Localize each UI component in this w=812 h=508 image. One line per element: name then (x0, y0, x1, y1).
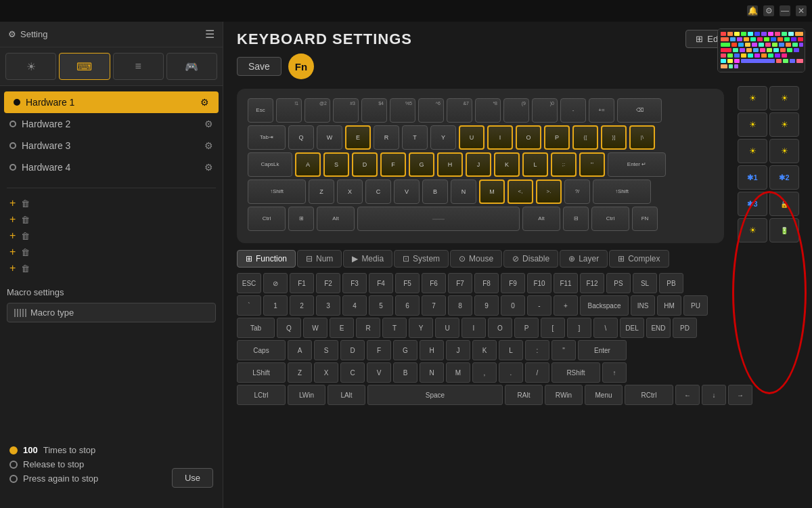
grid-key-pb[interactable]: PB (659, 273, 683, 293)
trash-icon-2[interactable]: 🗑 (21, 215, 30, 225)
grid-key-u[interactable]: U (435, 318, 459, 338)
grid-key-z[interactable]: Z (288, 362, 312, 383)
grid-key-colon[interactable]: : (525, 340, 549, 360)
bell-icon[interactable]: 🔔 (747, 5, 758, 16)
grid-key-g[interactable]: G (393, 340, 418, 360)
key-4[interactable]: $4 (361, 98, 387, 123)
rp-brightness-7[interactable]: ☀ (738, 218, 767, 242)
grid-key-r[interactable]: R (356, 318, 380, 338)
grid-key-2[interactable]: 2 (290, 295, 314, 316)
grid-key-rbr[interactable]: ] (567, 318, 591, 338)
key-esc[interactable]: Esc (248, 98, 273, 123)
rp-brightness-6[interactable]: ☀ (769, 139, 799, 163)
key-lalt[interactable]: Alt (317, 207, 355, 231)
grid-key-x[interactable]: X (314, 362, 338, 383)
key-equals[interactable]: += (589, 98, 614, 123)
grid-key-f7[interactable]: F7 (448, 273, 472, 293)
key-enter[interactable]: Enter ↵ (608, 152, 666, 177)
trash-icon-5[interactable]: 🗑 (21, 263, 30, 274)
grid-key-s[interactable]: S (314, 340, 338, 360)
hw4-gear-icon[interactable]: ⚙ (204, 162, 213, 173)
tab-complex[interactable]: ⊞ Complex (609, 250, 669, 268)
grid-key-lalt[interactable]: LAlt (328, 385, 365, 405)
tab-game[interactable]: 🎮 (166, 53, 217, 80)
grid-key-pu[interactable]: PU (683, 295, 708, 316)
key-b[interactable]: B (422, 179, 448, 204)
trash-icon-4[interactable]: 🗑 (21, 247, 30, 257)
key-caps[interactable]: CapsLk (248, 152, 292, 177)
grid-key-v[interactable]: V (367, 362, 391, 383)
rp-brightness-2[interactable]: ☀ (769, 86, 799, 110)
grid-key-h[interactable]: H (420, 340, 444, 360)
grid-key-q[interactable]: Q (277, 318, 301, 338)
grid-key-f3[interactable]: F3 (342, 273, 367, 293)
use-button[interactable]: Use (172, 468, 213, 488)
key-lctrl[interactable]: Ctrl (248, 207, 286, 231)
add-icon-4[interactable]: + (9, 246, 16, 258)
key-lshift[interactable]: ↑Shift (248, 179, 306, 204)
grid-key-m[interactable]: M (446, 362, 470, 383)
grid-key-b[interactable]: B (393, 362, 418, 383)
grid-key-y[interactable]: Y (409, 318, 433, 338)
grid-key-p[interactable]: P (514, 318, 539, 338)
grid-key-9[interactable]: 9 (474, 295, 499, 316)
grid-key-0[interactable]: 0 (501, 295, 525, 316)
grid-key-sl[interactable]: SL (633, 273, 657, 293)
key-0[interactable]: )0 (532, 98, 558, 123)
grid-key-del[interactable]: DEL (620, 318, 644, 338)
grid-key-c[interactable]: C (340, 362, 365, 383)
hardware-item-3[interactable]: Hardware 3 ⚙ (0, 135, 223, 156)
grid-key-t[interactable]: T (382, 318, 407, 338)
key-3[interactable]: #3 (333, 98, 359, 123)
rp-bluetooth-2[interactable]: ✱2 (769, 165, 799, 190)
save-button[interactable]: Save (237, 57, 281, 76)
key-f[interactable]: F (380, 152, 406, 177)
key-ralt[interactable]: Alt (522, 207, 560, 231)
key-k[interactable]: K (494, 152, 520, 177)
key-m[interactable]: M (479, 179, 505, 204)
key-8[interactable]: *8 (475, 98, 501, 123)
stop-option-press[interactable]: Press again to stop (9, 473, 98, 484)
rp-lock-icon[interactable]: 🔒 (769, 192, 799, 216)
key-lbracket[interactable]: {[ (572, 125, 598, 150)
grid-key-lshift[interactable]: LShift (237, 362, 286, 383)
trash-icon-3[interactable]: 🗑 (21, 231, 30, 241)
key-2[interactable]: @2 (304, 98, 330, 123)
grid-key-o[interactable]: O (488, 318, 512, 338)
tab-system[interactable]: ⊡ System (394, 250, 449, 268)
key-r[interactable]: R (374, 125, 399, 150)
grid-key-rctrl[interactable]: RCtrl (625, 385, 673, 405)
grid-key-lbr[interactable]: [ (541, 318, 565, 338)
tab-monitor[interactable]: ⌨ (59, 53, 110, 80)
grid-key-l[interactable]: L (499, 340, 523, 360)
key-rctrl[interactable]: Ctrl (591, 207, 629, 231)
trash-icon-1[interactable]: 🗑 (21, 198, 30, 209)
settings-icon[interactable]: ⚙ (763, 5, 774, 16)
tab-disable[interactable]: ⊘ Disable (503, 250, 558, 268)
key-semicolon[interactable]: ;: (551, 152, 577, 177)
grid-key-e[interactable]: E (330, 318, 354, 338)
grid-key-3[interactable]: 3 (316, 295, 340, 316)
key-backslash[interactable]: |\ (629, 125, 655, 150)
key-n[interactable]: N (451, 179, 476, 204)
grid-key-6[interactable]: 6 (395, 295, 420, 316)
rp-brightness-4[interactable]: ☀ (769, 112, 799, 137)
key-x[interactable]: X (337, 179, 363, 204)
grid-key-ps[interactable]: PS (606, 273, 631, 293)
tab-function[interactable]: ⊞ Function (237, 250, 296, 268)
grid-key-ralt[interactable]: RAlt (505, 385, 543, 405)
grid-key-4[interactable]: 4 (342, 295, 367, 316)
rp-battery-icon[interactable]: 🔋 (769, 218, 799, 242)
key-l[interactable]: L (522, 152, 548, 177)
key-7[interactable]: &7 (447, 98, 472, 123)
grid-key-lwin[interactable]: LWin (288, 385, 325, 405)
key-w[interactable]: W (317, 125, 342, 150)
grid-key-fslash[interactable]: / (525, 362, 549, 383)
grid-key-f10[interactable]: F10 (527, 273, 551, 293)
key-u[interactable]: U (459, 125, 484, 150)
grid-key-j[interactable]: J (446, 340, 470, 360)
grid-key-caps[interactable]: Caps (237, 340, 286, 360)
grid-key-d[interactable]: D (340, 340, 365, 360)
key-quote[interactable]: "' (579, 152, 605, 177)
key-rshift[interactable]: ↑Shift (593, 179, 651, 204)
